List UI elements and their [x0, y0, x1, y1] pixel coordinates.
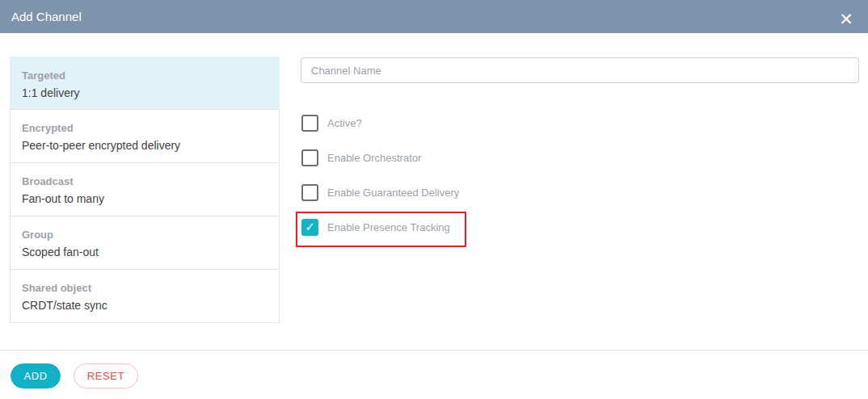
checkbox-row-enable-orchestrator: ✓ Enable Orchestrator — [301, 149, 421, 166]
channel-type-title: Group — [22, 229, 268, 241]
enable-presence-tracking-checkbox-label[interactable]: Enable Presence Tracking — [327, 221, 450, 233]
enable-guaranteed-delivery-checkbox[interactable]: ✓ — [301, 184, 318, 201]
channel-type-title: Shared object — [22, 282, 268, 294]
active-checkbox[interactable]: ✓ — [301, 115, 318, 132]
channel-type-subtitle: Scoped fan-out — [22, 246, 268, 258]
enable-guaranteed-delivery-checkbox-label[interactable]: Enable Guaranteed Delivery — [327, 187, 459, 199]
checkbox-row-enable-guaranteed-delivery: ✓ Enable Guaranteed Delivery — [301, 184, 459, 201]
enable-orchestrator-checkbox-label[interactable]: Enable Orchestrator — [327, 152, 421, 164]
channel-type-group[interactable]: Group Scoped fan-out — [10, 216, 280, 270]
close-button[interactable]: ✕ — [832, 6, 861, 33]
enable-presence-tracking-checkbox[interactable]: ✓ — [301, 219, 318, 236]
dialog-title: Add Channel — [11, 0, 82, 33]
channel-type-subtitle: Peer-to-peer encrypted delivery — [22, 139, 268, 152]
channel-type-title: Encrypted — [22, 122, 268, 134]
channel-type-encrypted[interactable]: Encrypted Peer-to-peer encrypted deliver… — [10, 109, 280, 163]
channel-type-broadcast[interactable]: Broadcast Fan-out to many — [10, 162, 280, 216]
check-icon: ✓ — [305, 221, 315, 233]
channel-type-subtitle: Fan-out to many — [22, 192, 268, 205]
active-checkbox-label[interactable]: Active? — [327, 117, 362, 129]
add-channel-dialog: Add Channel ✕ Targeted 1:1 delivery Encr… — [0, 0, 868, 399]
channel-type-list: Targeted 1:1 delivery Encrypted Peer-to-… — [10, 57, 280, 323]
channel-type-shared-object[interactable]: Shared object CRDT/state sync — [10, 269, 280, 323]
checkbox-row-enable-presence-tracking: ✓ Enable Presence Tracking — [301, 219, 450, 236]
channel-type-title: Targeted — [22, 69, 268, 82]
add-button[interactable]: ADD — [11, 363, 61, 388]
reset-button[interactable]: RESET — [74, 363, 138, 388]
channel-type-subtitle: CRDT/state sync — [22, 299, 268, 312]
channel-type-subtitle: 1:1 delivery — [22, 86, 268, 99]
dialog-header: Add Channel ✕ — [0, 0, 868, 33]
checkbox-row-active: ✓ Active? — [301, 115, 362, 132]
enable-orchestrator-checkbox[interactable]: ✓ — [301, 149, 318, 166]
footer-divider — [0, 350, 868, 351]
channel-type-title: Broadcast — [22, 175, 268, 187]
close-icon: ✕ — [839, 10, 853, 29]
channel-type-targeted[interactable]: Targeted 1:1 delivery — [10, 57, 280, 110]
channel-name-input[interactable] — [301, 57, 859, 83]
